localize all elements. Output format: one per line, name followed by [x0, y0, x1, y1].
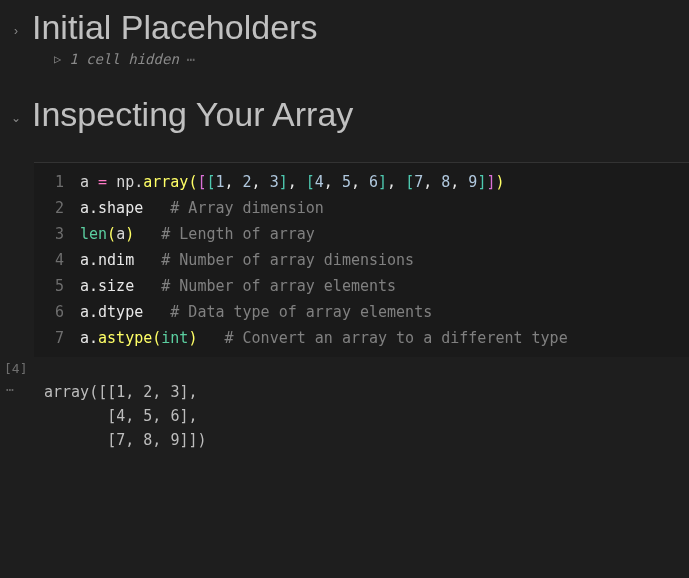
tok: [	[405, 169, 414, 195]
tok: a	[116, 221, 125, 247]
tok	[134, 273, 161, 299]
tok	[143, 299, 170, 325]
tok: .	[89, 299, 98, 325]
line-number: 6	[34, 299, 80, 325]
tok: np	[116, 169, 134, 195]
tok: len	[80, 221, 107, 247]
tok	[134, 221, 161, 247]
tok: dtype	[98, 299, 143, 325]
tok: # Number of array elements	[161, 273, 396, 299]
chevron-right-icon[interactable]: ›	[8, 8, 24, 38]
play-icon: ▷	[54, 52, 61, 66]
tok: 7	[414, 169, 423, 195]
tok: # Length of array	[161, 221, 315, 247]
code-line: 3 len(a) # Length of array	[34, 221, 689, 247]
code-line: 5 a.size # Number of array elements	[34, 273, 689, 299]
tok	[143, 195, 170, 221]
tok: .	[89, 325, 98, 351]
tok: (	[188, 169, 197, 195]
tok: # Array dimension	[170, 195, 324, 221]
tok: array	[143, 169, 188, 195]
tok: .	[89, 273, 98, 299]
tok: [	[206, 169, 215, 195]
chevron-down-icon[interactable]: ⌄	[8, 95, 24, 125]
tok: # Data type of array elements	[170, 299, 432, 325]
section-inspecting-array: ⌄ Inspecting Your Array	[0, 81, 689, 134]
tok: a	[80, 299, 89, 325]
heading-initial-placeholders: Initial Placeholders	[32, 8, 317, 47]
tok	[89, 169, 98, 195]
tok: ,	[450, 169, 468, 195]
tok: .	[89, 195, 98, 221]
tok: 5	[342, 169, 351, 195]
code-line: 4 a.ndim # Number of array dimensions	[34, 247, 689, 273]
hidden-cells-label: 1 cell hidden	[69, 51, 179, 67]
tok: # Number of array dimensions	[161, 247, 414, 273]
tok: ,	[252, 169, 270, 195]
output-area: ⋯ array([[1, 2, 3], [4, 5, 6], [7, 8, 9]…	[0, 376, 689, 452]
tok: a	[80, 169, 89, 195]
tok: ,	[288, 169, 306, 195]
line-number: 2	[34, 195, 80, 221]
code-line: 1 a = np.array([[1, 2, 3], [4, 5, 6], [7…	[34, 169, 689, 195]
code-cell[interactable]: 1 a = np.array([[1, 2, 3], [4, 5, 6], [7…	[34, 162, 689, 357]
tok: .	[134, 169, 143, 195]
line-number: 4	[34, 247, 80, 273]
tok: astype	[98, 325, 152, 351]
line-number: 1	[34, 169, 80, 195]
tok: 3	[270, 169, 279, 195]
heading-inspecting-array: Inspecting Your Array	[32, 95, 353, 134]
section-initial-placeholders: › Initial Placeholders	[0, 0, 689, 47]
tok: )	[495, 169, 504, 195]
tok: a	[80, 273, 89, 299]
tok	[134, 247, 161, 273]
code-line: 2 a.shape # Array dimension	[34, 195, 689, 221]
tok: ,	[423, 169, 441, 195]
tok: shape	[98, 195, 143, 221]
tok: )	[188, 325, 197, 351]
ellipsis-icon[interactable]: ⋯	[6, 380, 30, 397]
tok: 8	[441, 169, 450, 195]
tok: [	[197, 169, 206, 195]
tok: ndim	[98, 247, 134, 273]
tok: ,	[324, 169, 342, 195]
tok: .	[89, 247, 98, 273]
hidden-cells-row[interactable]: ▷ 1 cell hidden ⋯	[0, 47, 689, 81]
tok: a	[80, 325, 89, 351]
tok: [	[306, 169, 315, 195]
tok: )	[125, 221, 134, 247]
tok: ]	[477, 169, 486, 195]
tok: size	[98, 273, 134, 299]
tok: 4	[315, 169, 324, 195]
execution-count: [4]	[0, 357, 689, 376]
tok: ,	[351, 169, 369, 195]
tok: 2	[243, 169, 252, 195]
tok: =	[98, 169, 107, 195]
tok: int	[161, 325, 188, 351]
tok	[107, 169, 116, 195]
tok: (	[107, 221, 116, 247]
tok: 9	[468, 169, 477, 195]
cell-output: array([[1, 2, 3], [4, 5, 6], [7, 8, 9]])	[30, 380, 207, 452]
tok: (	[152, 325, 161, 351]
tok: a	[80, 195, 89, 221]
tok: # Convert an array to a different type	[225, 325, 568, 351]
ellipsis-icon: ⋯	[187, 51, 196, 67]
tok: ]	[378, 169, 387, 195]
tok: 1	[215, 169, 224, 195]
tok: a	[80, 247, 89, 273]
code-line: 7 a.astype(int) # Convert an array to a …	[34, 325, 689, 351]
code-editor[interactable]: 1 a = np.array([[1, 2, 3], [4, 5, 6], [7…	[34, 162, 689, 357]
tok: ,	[387, 169, 405, 195]
tok	[197, 325, 224, 351]
code-line: 6 a.dtype # Data type of array elements	[34, 299, 689, 325]
tok: ,	[225, 169, 243, 195]
tok: 6	[369, 169, 378, 195]
line-number: 5	[34, 273, 80, 299]
tok: ]	[279, 169, 288, 195]
line-number: 3	[34, 221, 80, 247]
line-number: 7	[34, 325, 80, 351]
tok: ]	[486, 169, 495, 195]
